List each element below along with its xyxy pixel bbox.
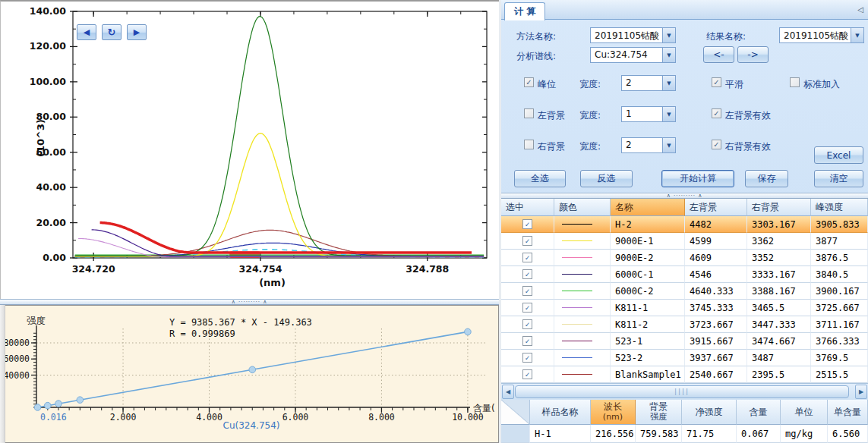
row-select-cell: ✓: [501, 300, 554, 316]
row-checkbox[interactable]: ✓: [522, 236, 532, 246]
sample-table: 样品名称波长(nm)背景强度净强度含量单位单含量 H-1216.556759.5…: [501, 400, 868, 443]
row-checkbox[interactable]: ✓: [522, 269, 532, 279]
table-row[interactable]: ✓K811-13745.3333465.53725.667: [501, 300, 868, 316]
sample-table-body: H-1216.556759.58371.750.067mg/kg6.560: [501, 425, 868, 443]
row-name-cell: 9000E-1: [611, 233, 685, 250]
table-row[interactable]: ✓523-13915.6673474.6673766.333: [501, 333, 868, 350]
chart-prev-button[interactable]: ◀: [77, 24, 96, 40]
results-col-header-2[interactable]: 名称: [611, 199, 685, 216]
start-calculate-button[interactable]: 开始计算: [661, 170, 734, 187]
chart-next-button[interactable]: ▶: [127, 24, 147, 40]
table-row[interactable]: ✓523-23937.66734873769.5: [501, 350, 868, 366]
row-color-cell: [554, 350, 611, 366]
sample-col-header-3[interactable]: 净强度: [682, 400, 737, 425]
thumb-grip-icon: ||||: [674, 388, 690, 395]
table-row[interactable]: ✓6000C-145463333.1673840.5: [501, 266, 868, 283]
collapse-icon[interactable]: ◁: [857, 5, 863, 14]
table-splitter[interactable]: ∧ ········· ∧: [501, 193, 868, 199]
svg-text:强度: 强度: [27, 315, 46, 326]
table-row[interactable]: ✓BlankSample12540.6672395.52515.5: [501, 366, 868, 383]
select-all-label: 全选: [531, 172, 549, 185]
row-checkbox[interactable]: ✓: [522, 286, 532, 296]
left-bg-width-select[interactable]: 1 ▼: [621, 106, 676, 122]
clear-button[interactable]: 清空: [814, 170, 863, 187]
right-bg-width-value: 2: [626, 140, 632, 150]
save-label: 保存: [758, 172, 776, 185]
sample-col-header-0[interactable]: 样品名称: [530, 400, 591, 425]
dropdown-arrow-icon[interactable]: ▼: [662, 28, 675, 42]
table-row[interactable]: ✓K811-23723.6673447.3333711.167: [501, 316, 868, 333]
scrollbar-thumb[interactable]: ||||: [515, 385, 849, 398]
chart-splitter[interactable]: ∧ ········· ∧: [0, 299, 499, 305]
table-row[interactable]: ✓9000E-1459933623877: [501, 233, 868, 250]
method-name-select[interactable]: 20191105钴酸 ▼: [590, 27, 676, 43]
results-table-body: ✓H-244823303.1673905.833✓9000E-145993362…: [501, 216, 868, 383]
dropdown-arrow-icon[interactable]: ▼: [662, 48, 675, 62]
row-name-cell: BlankSample1: [611, 366, 685, 383]
dropdown-arrow-icon[interactable]: ▼: [851, 28, 863, 42]
results-hscrollbar[interactable]: ◀ |||| ▶: [501, 383, 868, 400]
left-bg-valid-checkbox[interactable]: ✓: [712, 108, 721, 118]
right-bg-checkbox[interactable]: [524, 140, 534, 149]
peak-position-checkbox[interactable]: ✓: [524, 77, 534, 87]
dropdown-arrow-icon[interactable]: ▼: [662, 138, 675, 152]
excel-button[interactable]: Excel: [814, 146, 863, 164]
dropdown-arrow-icon[interactable]: ▼: [662, 76, 675, 90]
table-row[interactable]: ✓H-244823303.1673905.833: [501, 216, 868, 233]
result-name-select[interactable]: 20191105钴酸 ▼: [779, 27, 864, 43]
svg-text:0.016: 0.016: [40, 412, 67, 423]
results-col-header-1[interactable]: 颜色: [554, 199, 611, 216]
sample-col-header-5[interactable]: 单位: [781, 400, 828, 425]
row-checkbox[interactable]: ✓: [522, 369, 532, 379]
chart-refresh-button[interactable]: ↻: [102, 24, 122, 40]
calibration-left-edge: [0, 305, 5, 443]
dropdown-arrow-icon[interactable]: ▼: [662, 107, 675, 121]
sample-col-header-6[interactable]: 单含量: [828, 400, 868, 425]
row-checkbox[interactable]: ✓: [522, 303, 532, 313]
save-button[interactable]: 保存: [745, 170, 788, 187]
next-result-button[interactable]: ->: [737, 46, 769, 63]
prev-result-button[interactable]: <-: [703, 46, 734, 63]
results-col-header-3[interactable]: 左背景: [685, 199, 747, 216]
analysis-line-label: 分析谱线:: [516, 50, 556, 63]
app-window: 324.720324.754324.7880.0020.0040.0060.00…: [0, 0, 868, 443]
row-checkbox[interactable]: ✓: [522, 219, 532, 229]
tab-strip: 计 算 ◁: [501, 0, 868, 20]
row-checkbox[interactable]: ✓: [522, 319, 532, 329]
peak-width-select[interactable]: 2 ▼: [621, 75, 676, 91]
svg-text:(10^3): (10^3): [35, 119, 46, 157]
sample-col-header-2[interactable]: 背景强度: [636, 400, 682, 425]
select-all-button[interactable]: 全选: [514, 170, 566, 187]
sample-cell: H-1: [530, 425, 591, 443]
results-col-header-0[interactable]: 选中: [501, 199, 554, 216]
start-calculate-label: 开始计算: [680, 172, 716, 185]
row-leftbg-cell: 3745.333: [685, 300, 747, 316]
row-rightbg-cell: 3447.333: [747, 316, 811, 333]
right-bg-valid-checkbox[interactable]: ✓: [712, 140, 721, 149]
sample-col-header-1[interactable]: 波长(nm): [591, 400, 636, 425]
row-checkbox[interactable]: ✓: [522, 253, 532, 262]
table-row[interactable]: H-1216.556759.58371.750.067mg/kg6.560: [501, 425, 868, 443]
sample-col-header-4[interactable]: 含量: [737, 400, 781, 425]
svg-text:0.00: 0.00: [43, 252, 66, 263]
table-row[interactable]: ✓6000C-24640.3333388.1673900.167: [501, 283, 868, 300]
row-checkbox[interactable]: ✓: [522, 353, 532, 363]
prev-icon: ◀: [84, 27, 90, 37]
left-bg-checkbox[interactable]: [524, 108, 534, 118]
table-row[interactable]: ✓9000E-2460933523876.5: [501, 250, 868, 266]
row-leftbg-cell: 2540.667: [685, 366, 747, 383]
results-col-header-4[interactable]: 右背景: [747, 199, 811, 216]
scroll-right-button[interactable]: ▶: [855, 385, 867, 399]
results-col-header-5[interactable]: 峰强度: [811, 199, 868, 216]
standard-addition-checkbox[interactable]: [790, 77, 800, 87]
tab-calculate[interactable]: 计 算: [504, 2, 545, 20]
series-color-line: [562, 324, 592, 325]
scroll-left-button[interactable]: ◀: [502, 385, 514, 399]
row-checkbox[interactable]: ✓: [522, 336, 532, 346]
analysis-line-select[interactable]: Cu:324.754 ▼: [590, 47, 676, 63]
right-bg-width-select[interactable]: 2 ▼: [621, 137, 676, 153]
smooth-checkbox[interactable]: ✓: [712, 77, 721, 87]
method-name-value: 20191105钴酸: [595, 30, 659, 42]
invert-selection-button[interactable]: 反选: [580, 170, 633, 187]
row-select-cell: ✓: [501, 283, 554, 300]
